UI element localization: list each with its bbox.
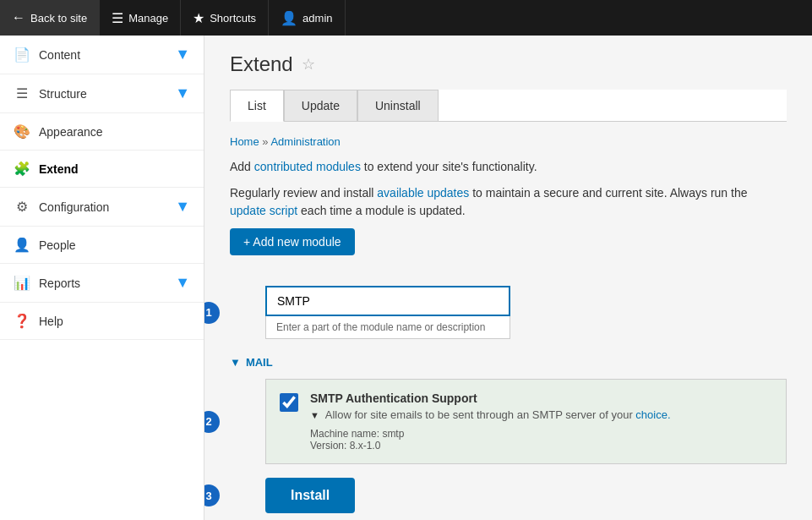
info-text-2: Regularly review and install available u… (230, 184, 787, 220)
tab-update[interactable]: Update (284, 90, 357, 121)
info-1-before: Add (230, 160, 254, 173)
search-input[interactable] (265, 286, 510, 316)
step3-badge: 3 (204, 484, 220, 506)
sidebar-item-extend-left: 🧩 Extend (14, 161, 79, 177)
sidebar-item-content-left: 📄 Content (14, 47, 80, 63)
user-icon: 👤 (281, 10, 297, 26)
mail-section-label: MAIL (246, 356, 273, 369)
info-1-after: to extend your site's functionality. (361, 160, 537, 173)
sidebar-structure-label: Structure (39, 87, 87, 101)
update-script-link[interactable]: update script (230, 204, 297, 217)
tabs-wrapper: List Update Uninstall (230, 90, 787, 122)
search-hint: Enter a part of the module name or descr… (265, 316, 510, 339)
breadcrumb-sep: » (262, 135, 268, 148)
sidebar-item-content[interactable]: 📄 Content ▼ (0, 36, 204, 74)
step2-section: 2 SMTP Authentication Support ▼ Allow fo… (230, 379, 787, 464)
reports-chevron-icon: ▼ (175, 274, 190, 292)
desc-arrow-icon: ▼ (310, 410, 319, 420)
configuration-chevron-icon: ▼ (175, 198, 190, 216)
favorite-star-icon[interactable]: ☆ (302, 55, 315, 74)
sidebar-item-structure-left: ☰ Structure (14, 85, 87, 101)
page-title: Extend (230, 52, 293, 76)
sidebar-content-label: Content (39, 48, 80, 62)
module-machine-name: Machine name: smtp (310, 428, 772, 440)
back-to-site-button[interactable]: ← Back to site (0, 0, 100, 36)
sidebar-item-appearance-left: 🎨 Appearance (14, 123, 103, 140)
breadcrumb-admin[interactable]: Administration (270, 135, 340, 148)
manage-button[interactable]: ☰ Manage (100, 0, 181, 36)
configuration-icon: ⚙ (14, 199, 30, 215)
reports-icon: 📊 (14, 275, 30, 291)
sidebar-item-help-left: ❓ Help (14, 313, 63, 329)
info-2-mid: to maintain a secure and current site. A… (469, 186, 747, 200)
people-icon: 👤 (14, 237, 30, 253)
content-icon: 📄 (14, 47, 30, 63)
shortcuts-label: Shortcuts (210, 12, 256, 25)
mail-section-header[interactable]: ▼ MAIL (230, 356, 787, 369)
sidebar-help-label: Help (39, 315, 63, 328)
admin-label: admin (302, 12, 332, 25)
sidebar-item-structure[interactable]: ☰ Structure ▼ (0, 74, 204, 113)
step1-badge: 1 (204, 302, 220, 324)
tab-list[interactable]: List (230, 90, 284, 122)
mail-arrow-icon: ▼ (230, 356, 241, 369)
sidebar-item-appearance[interactable]: 🎨 Appearance (0, 113, 204, 151)
sidebar-item-people[interactable]: 👤 People (0, 227, 204, 264)
sidebar-extend-label: Extend (39, 162, 79, 176)
content-inner: Extend ☆ List Update Uninstall Home » Ad… (204, 36, 812, 520)
shortcuts-button[interactable]: ★ Shortcuts (181, 0, 269, 36)
back-to-site-label: Back to site (30, 12, 87, 25)
extend-icon: 🧩 (14, 161, 30, 177)
breadcrumb-home[interactable]: Home (230, 135, 259, 148)
sidebar-item-people-left: 👤 People (14, 237, 76, 253)
module-name: SMTP Authentication Support (310, 391, 772, 405)
module-checkbox[interactable] (280, 393, 298, 412)
sidebar-item-extend[interactable]: 🧩 Extend (0, 151, 204, 188)
add-module-button[interactable]: + Add new module (230, 228, 355, 255)
info-2-end: each time a module is updated. (297, 204, 465, 217)
star-nav-icon: ★ (193, 10, 204, 26)
page-title-row: Extend ☆ (230, 52, 787, 76)
available-updates-link[interactable]: available updates (377, 186, 469, 200)
sidebar-configuration-label: Configuration (39, 200, 109, 214)
step2-badge: 2 (204, 411, 220, 433)
manage-icon: ☰ (112, 10, 123, 26)
info-text-1: Add contributed modules to extend your s… (230, 158, 787, 176)
contributed-modules-link[interactable]: contributed modules (254, 160, 361, 173)
manage-label: Manage (128, 12, 168, 25)
sidebar-item-reports-left: 📊 Reports (14, 275, 80, 291)
sidebar-appearance-label: Appearance (39, 125, 103, 139)
sidebar-reports-label: Reports (39, 276, 80, 290)
install-button[interactable]: Install (265, 478, 355, 513)
admin-button[interactable]: 👤 admin (269, 0, 345, 36)
step3-section: 3 Install (230, 478, 787, 513)
sidebar-item-configuration[interactable]: ⚙ Configuration ▼ (0, 188, 204, 227)
sidebar: 📄 Content ▼ ☰ Structure ▼ 🎨 Appearance 🧩… (0, 36, 204, 520)
appearance-icon: 🎨 (14, 123, 30, 140)
module-desc-text: Allow for site emails to be sent through… (325, 408, 671, 421)
structure-icon: ☰ (14, 85, 30, 101)
back-icon: ← (12, 10, 25, 25)
help-icon: ❓ (14, 313, 30, 329)
sidebar-item-configuration-left: ⚙ Configuration (14, 199, 109, 215)
structure-chevron-icon: ▼ (175, 85, 190, 102)
info-2-before: Regularly review and install (230, 186, 377, 200)
add-module-wrapper: + Add new module (230, 228, 787, 272)
sidebar-item-reports[interactable]: 📊 Reports ▼ (0, 264, 204, 303)
install-section: Install (265, 478, 787, 513)
content-chevron-icon: ▼ (175, 46, 190, 63)
breadcrumb: Home » Administration (230, 135, 787, 148)
content-area: Extend ☆ List Update Uninstall Home » Ad… (204, 36, 812, 520)
tab-uninstall[interactable]: Uninstall (357, 90, 439, 121)
module-info: SMTP Authentication Support ▼ Allow for … (310, 391, 772, 452)
module-version: Version: 8.x-1.0 (310, 440, 772, 452)
sidebar-item-help[interactable]: ❓ Help (0, 303, 204, 340)
module-desc: ▼ Allow for site emails to be sent throu… (310, 408, 772, 421)
step1-section: 1 Enter a part of the module name or des… (230, 286, 787, 339)
sidebar-people-label: People (39, 238, 76, 252)
module-choice-link[interactable]: choice. (635, 408, 670, 421)
search-section: Enter a part of the module name or descr… (265, 286, 787, 339)
module-row: SMTP Authentication Support ▼ Allow for … (265, 379, 787, 464)
main-layout: 📄 Content ▼ ☰ Structure ▼ 🎨 Appearance 🧩… (0, 36, 812, 520)
top-bar: ← Back to site ☰ Manage ★ Shortcuts 👤 ad… (0, 0, 812, 36)
